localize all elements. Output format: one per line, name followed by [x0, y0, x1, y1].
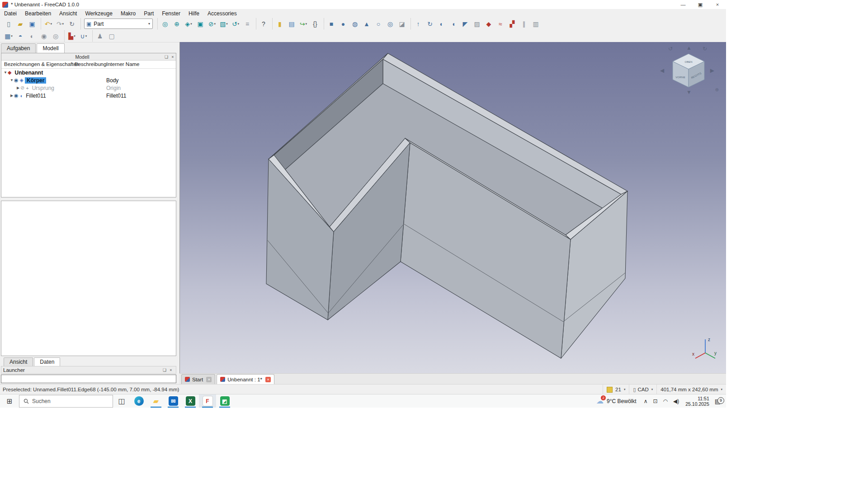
workbench-selector[interactable]: ▣Part▾ [84, 19, 153, 29]
tree-row-fillet011[interactable]: ▶◉◖Fillet011Fillet011 [1, 92, 176, 99]
dock-tab-modell[interactable]: Modell [37, 43, 64, 53]
panel-close-button[interactable]: × [170, 55, 176, 59]
join-tools-button[interactable]: ∪▾ [78, 31, 90, 42]
navigation-cube[interactable]: OBEN VORNE RECHTS ◀ ▶ ▲ ▼ ↺ ↻ ⊕ [655, 46, 722, 100]
offset-button[interactable]: ∥ [518, 19, 530, 29]
primitive-box-button[interactable]: ■ [326, 19, 337, 29]
redo-button[interactable]: ↷▾ [54, 19, 66, 29]
nav-cube-sync-icon[interactable]: ⊕ [715, 87, 719, 92]
whats-this-button[interactable]: ? [258, 19, 269, 29]
primitive-cone-button[interactable]: ▲ [361, 19, 373, 29]
column-header-bezeichnungen-eigenschaften[interactable]: Bezeichnungen & Eigenschaften [4, 61, 79, 67]
tree-row-unbenannt[interactable]: ▼◆Unbenannt [1, 69, 176, 76]
primitive-tube-button[interactable]: ◎ [384, 19, 396, 29]
primitive-sphere-button[interactable]: ◍ [349, 19, 361, 29]
tree-expander-icon[interactable]: ▶ [9, 94, 14, 98]
boolean-cut-button[interactable]: ◐ [26, 31, 38, 42]
menu-datei[interactable]: Datei [0, 10, 21, 17]
green-app-taskbar-icon[interactable]: ◩ [216, 394, 233, 408]
mirror-button[interactable]: ◐ [436, 19, 448, 29]
nav-cube-down-arrow[interactable]: ▼ [686, 89, 692, 95]
tree-row-k-rper[interactable]: ▼◉◈KörperBody [1, 76, 176, 84]
tree-expander-icon[interactable]: ▼ [9, 78, 14, 82]
menu-werkzeuge[interactable]: Werkzeuge [81, 10, 116, 17]
property-tab-ansicht[interactable]: Ansicht [4, 357, 33, 366]
mdi-tab-start[interactable]: Start× [181, 374, 215, 384]
draw-style-button[interactable]: ⊘▾ [206, 19, 218, 29]
tree-expander-icon[interactable]: ▼ [3, 70, 8, 75]
notification-center-icon[interactable]: ▤9 [713, 398, 726, 405]
taskbar-search[interactable]: Suchen [19, 395, 113, 408]
tree-expander-icon[interactable]: ▶ [16, 86, 20, 90]
save-file-button[interactable]: ▣ [26, 19, 38, 29]
make-link-button[interactable]: ↪▾ [297, 19, 309, 29]
menu-accessories[interactable]: Accessories [203, 10, 241, 17]
section-button[interactable]: ▞ [506, 19, 518, 29]
minimize-button[interactable]: — [675, 0, 692, 9]
check-geometry-button[interactable]: ♟ [94, 31, 106, 42]
column-header-beschreibung[interactable]: Beschreibung [75, 61, 106, 67]
compound-tools-button[interactable]: ▦▾ [3, 31, 14, 42]
close-button[interactable]: × [709, 0, 726, 9]
task-view-taskbar-icon[interactable]: ◫ [113, 394, 130, 408]
ruled-surface-button[interactable]: ▨ [471, 19, 483, 29]
measure-button[interactable]: ≡ [241, 19, 253, 29]
nav-cube-rotate-left-arrow[interactable]: ↺ [668, 46, 673, 52]
taskbar-clock[interactable]: 11:51 25.10.2025 [682, 396, 713, 407]
tab-close-icon[interactable]: × [206, 377, 212, 382]
refresh-button[interactable]: ↻ [66, 19, 78, 29]
create-part-button[interactable]: ▮ [274, 19, 286, 29]
tree-row-ursprung[interactable]: ▶⊘+UrsprungOrigin [1, 84, 176, 92]
edge-taskbar-icon[interactable]: e [130, 394, 147, 408]
primitive-cylinder-button[interactable]: ● [337, 19, 349, 29]
tab-close-icon[interactable]: × [265, 377, 271, 382]
zoom-in-button[interactable]: ⊕ [171, 19, 183, 29]
speaker-icon[interactable]: ◀) [670, 398, 682, 404]
shape-builder-button[interactable]: ◪ [396, 19, 408, 29]
nav-cube-tool-button[interactable]: ▧▾ [218, 19, 230, 29]
open-file-button[interactable]: ▰ [14, 19, 26, 29]
freecad-taskbar-icon[interactable]: F [199, 394, 216, 408]
dock-tab-aufgaben[interactable]: Aufgaben [1, 43, 36, 53]
tray-chevron-icon[interactable]: ∧ [641, 398, 651, 404]
split-tools-button[interactable]: ▙▾ [66, 31, 78, 42]
menu-bearbeiten[interactable]: Bearbeiten [21, 10, 55, 17]
chamfer-button[interactable]: ◤ [459, 19, 471, 29]
menu-hilfe[interactable]: Hilfe [184, 10, 203, 17]
excel-taskbar-icon[interactable]: X [182, 394, 199, 408]
menu-fenster[interactable]: Fenster [158, 10, 184, 17]
column-header-interner-name[interactable]: Interner Name [106, 61, 140, 67]
nav-cube-right-arrow[interactable]: ▶ [710, 67, 714, 74]
nav-cube-rotate-right-arrow[interactable]: ↻ [703, 46, 707, 52]
extrude-button[interactable]: ↑ [412, 19, 424, 29]
boolean-button[interactable]: ◓ [14, 31, 26, 42]
front-view-button[interactable]: ▣ [194, 19, 206, 29]
menu-ansicht[interactable]: Ansicht [55, 10, 81, 17]
variable-set-button[interactable]: {} [309, 19, 321, 29]
file-explorer-taskbar-icon[interactable]: ▰ [147, 394, 165, 408]
loft-button[interactable]: ◆ [483, 19, 495, 29]
wifi-icon[interactable]: ◠ [660, 398, 670, 404]
antialiasing-selector[interactable]: 21 ▾ [603, 385, 629, 394]
start-button[interactable]: ⊞ [0, 394, 19, 408]
revolve-button[interactable]: ↻ [424, 19, 436, 29]
fit-all-button[interactable]: ◎ [159, 19, 171, 29]
outlook-taskbar-icon[interactable]: ✉ [165, 394, 182, 408]
defeaturing-button[interactable]: ▢ [106, 31, 118, 42]
property-tab-daten[interactable]: Daten [34, 357, 60, 366]
launcher-float-button[interactable]: ❏ [161, 368, 168, 372]
nav-cube-faces[interactable] [673, 54, 704, 87]
nav-cube-up-arrow[interactable]: ▲ [686, 45, 692, 51]
axonometric-view-button[interactable]: ◈▾ [183, 19, 194, 29]
nav-cube-left-arrow[interactable]: ◀ [660, 67, 664, 74]
view-dimensions-selector[interactable]: 401,74 mm x 242,60 mm ▾ [656, 385, 726, 394]
boolean-union-button[interactable]: ◉ [38, 31, 50, 42]
panel-float-button[interactable]: ❏ [163, 55, 170, 59]
cast-icon[interactable]: ⊡ [650, 398, 660, 404]
fillet-tool-button[interactable]: ◖ [448, 19, 459, 29]
launcher-input[interactable] [1, 375, 176, 383]
launcher-close-button[interactable]: × [168, 368, 174, 372]
restore-button[interactable]: ▣ [692, 0, 709, 9]
mdi-tab-unbenannt-1[interactable]: Unbenannt : 1*× [217, 374, 274, 384]
weather-widget[interactable]: ☁2 9°C Bewölkt [592, 397, 641, 405]
